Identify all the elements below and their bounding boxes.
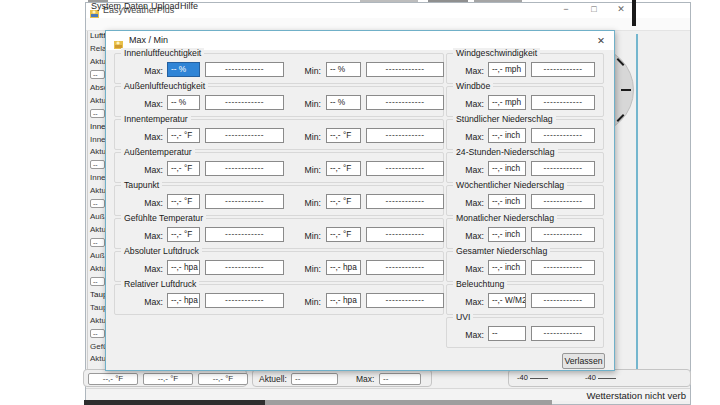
section-label: UVI	[453, 312, 473, 322]
aktuell-field[interactable]: --	[291, 373, 338, 385]
measurement-section: Relativer Luftdruck Max: --,- hpa ------…	[114, 284, 444, 315]
max-value-field[interactable]: --,- inch	[488, 260, 526, 275]
section-label: Außentemperatur	[121, 147, 195, 157]
min-time-field[interactable]: ------------	[366, 161, 444, 176]
max-value-field[interactable]: --,- W/M2	[488, 293, 526, 308]
section-label: Gefühlte Temperatur	[121, 213, 206, 223]
menu-upload[interactable]: Upload	[151, 1, 180, 11]
min-value-field[interactable]: --,- °F	[326, 128, 361, 143]
min-value-field[interactable]: --,- hpa	[326, 293, 361, 308]
max-value-field[interactable]: --	[488, 326, 526, 341]
max-time-field[interactable]: ------------	[205, 194, 284, 209]
min-time-field[interactable]: ------------	[366, 95, 444, 110]
max-value-field[interactable]: --,- °F	[167, 128, 200, 143]
panel-row-text: --	[90, 277, 105, 286]
min-value-field[interactable]: -- %	[326, 62, 361, 77]
section-label: Außenluftfeuchtigkeit	[121, 81, 208, 91]
max-value-field[interactable]: --,- inch	[488, 128, 526, 143]
max-caption: Max:	[453, 66, 484, 76]
max-time-field[interactable]: ------------	[205, 260, 284, 275]
measurement-section: Beleuchtung Max: --,- W/M2 ------------	[446, 284, 604, 315]
max-time-field[interactable]: ------------	[205, 62, 284, 77]
max-value-field[interactable]: -- %	[167, 62, 200, 77]
temperature-field[interactable]: --,- °F	[198, 373, 248, 385]
dialog-close-icon[interactable]: ✕	[594, 34, 608, 47]
close-icon[interactable]: ✕	[613, 3, 629, 16]
menu-hilfe[interactable]: Hilfe	[180, 1, 198, 11]
min-time-field[interactable]: ------------	[366, 194, 444, 209]
max-value-field[interactable]: --,- mph	[488, 62, 526, 77]
panel-row-text: Aktu	[90, 225, 106, 234]
max-field[interactable]: --	[379, 373, 421, 385]
compass-tick-e	[621, 89, 631, 91]
section-label: Monatlicher Niederschlag	[453, 213, 557, 223]
max-caption: Max:	[129, 165, 163, 175]
panel-row-text: Auß	[90, 212, 105, 221]
max-value-field[interactable]: --,- inch	[488, 227, 526, 242]
maximize-icon[interactable]: □	[586, 3, 602, 16]
max-value-field[interactable]: --,- inch	[488, 194, 526, 209]
max-value-field[interactable]: --,- °F	[167, 194, 200, 209]
min-value-field[interactable]: --,- hpa	[326, 260, 361, 275]
measurement-section: Wöchentlicher Niederschlag Max: --,- inc…	[446, 185, 604, 216]
min-value-field[interactable]: --,- °F	[326, 194, 361, 209]
menu-system[interactable]: System	[91, 1, 121, 11]
measurement-section: Gefühlte Temperatur Max: --,- °F -------…	[114, 218, 444, 249]
min-time-field[interactable]: ------------	[366, 62, 444, 77]
max-time-field[interactable]: ------------	[205, 227, 284, 242]
max-time-field[interactable]: ------------	[205, 161, 284, 176]
max-value-field[interactable]: --,- inch	[488, 161, 526, 176]
max-time-field[interactable]: ------------	[205, 128, 284, 143]
panel-row-text: Inne	[90, 135, 106, 144]
max-time-field[interactable]: ------------	[531, 161, 595, 176]
max-caption: Max:	[453, 165, 484, 175]
dialog-left-column: Innenluftfeuchtigkeit Max: -- % --------…	[114, 53, 444, 317]
min-caption: Min:	[293, 132, 321, 142]
measurement-section: UVI Max: -- ------------	[446, 317, 604, 348]
min-caption: Min:	[293, 297, 321, 307]
max-time-field[interactable]: ------------	[531, 260, 595, 275]
max-time-field[interactable]: ------------	[531, 227, 595, 242]
panel-row-text: Aktu	[90, 264, 106, 273]
min-time-field[interactable]: ------------	[366, 293, 444, 308]
temperature-field[interactable]: --,- °F	[143, 373, 193, 385]
max-value-field[interactable]: --,- hpa	[167, 260, 200, 275]
min-value-field[interactable]: --,- °F	[326, 227, 361, 242]
max-caption: Max:	[129, 66, 163, 76]
max-time-field[interactable]: ------------	[531, 95, 595, 110]
panel-row-text: Aktu	[90, 186, 106, 195]
max-time-field[interactable]: ------------	[531, 326, 595, 341]
max-value-field[interactable]: --,- hpa	[167, 293, 200, 308]
max-time-field[interactable]: ------------	[531, 128, 595, 143]
section-label: Windgeschwindigkeit	[453, 48, 540, 58]
max-value-field[interactable]: --,- °F	[167, 227, 200, 242]
min-time-field[interactable]: ------------	[366, 128, 444, 143]
max-time-field[interactable]: ------------	[531, 62, 595, 77]
max-value-field[interactable]: -- %	[167, 95, 200, 110]
max-value-field[interactable]: --,- °F	[167, 161, 200, 176]
temperature-field[interactable]: --,- °F	[88, 373, 138, 385]
min-time-field[interactable]: ------------	[366, 260, 444, 275]
max-caption: Max:	[129, 297, 163, 307]
max-time-field[interactable]: ------------	[531, 194, 595, 209]
minimize-icon[interactable]: −	[558, 3, 574, 16]
min-value-field[interactable]: --,- °F	[326, 161, 361, 176]
min-caption: Min:	[293, 231, 321, 241]
max-time-field[interactable]: ------------	[531, 293, 595, 308]
scale-mark: -40	[585, 373, 616, 382]
panel-row-text: --	[90, 238, 105, 247]
max-time-field[interactable]: ------------	[205, 95, 284, 110]
aktuell-label: Aktuell:	[259, 374, 287, 384]
max-caption: Max:	[129, 231, 163, 241]
section-label: Taupunkt	[121, 180, 162, 190]
max-caption: Max:	[129, 99, 163, 109]
menu-daten[interactable]: Daten	[124, 1, 148, 11]
max-caption: Max:	[453, 264, 484, 274]
min-time-field[interactable]: ------------	[366, 227, 444, 242]
section-label: Innenluftfeuchtigkeit	[121, 48, 204, 58]
min-value-field[interactable]: -- %	[326, 95, 361, 110]
max-caption: Max:	[453, 297, 484, 307]
max-time-field[interactable]: ------------	[205, 293, 284, 308]
verlassen-button[interactable]: Verlassen	[562, 353, 605, 369]
max-value-field[interactable]: --,- mph	[488, 95, 526, 110]
